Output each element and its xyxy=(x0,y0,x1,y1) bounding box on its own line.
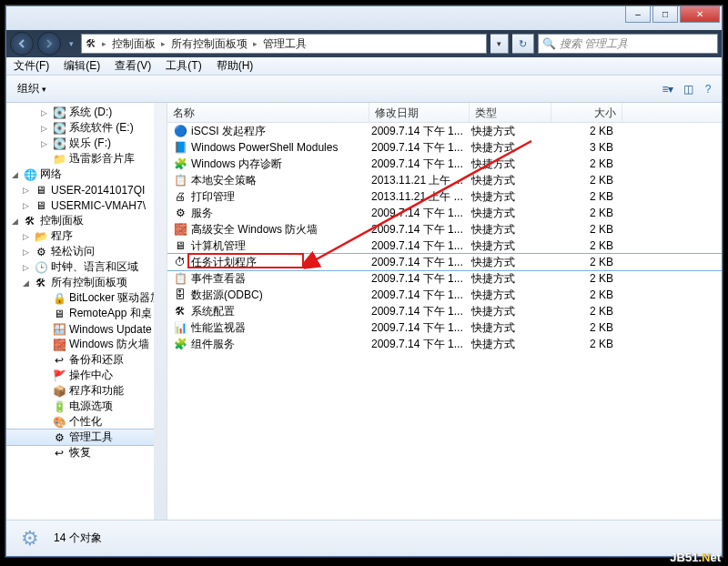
breadcrumb[interactable]: 控制面板 xyxy=(108,35,159,53)
breadcrumb[interactable]: 所有控制面板项 xyxy=(167,35,251,53)
tree-icon: 📁 xyxy=(52,152,66,167)
nav-history-dropdown[interactable]: ▾ xyxy=(65,34,77,54)
file-row[interactable]: 🖨打印管理2013.11.21 上午 ...快捷方式2 KB xyxy=(167,188,722,205)
file-row[interactable]: 🔵iSCSI 发起程序2009.7.14 下午 1...快捷方式2 KB xyxy=(167,123,722,139)
expand-icon[interactable]: ▷ xyxy=(23,263,34,272)
maximize-button[interactable]: □ xyxy=(652,6,678,23)
tree-item[interactable]: 🔋电源选项 xyxy=(6,399,167,414)
tree-item[interactable]: ↩恢复 xyxy=(6,445,167,460)
search-input[interactable]: 🔍 搜索 管理工具 xyxy=(538,34,718,54)
file-row[interactable]: ⏱任务计划程序2009.7.14 下午 1...快捷方式2 KB xyxy=(167,254,722,270)
file-type: 快捷方式 xyxy=(471,173,553,188)
close-button[interactable]: ✕ xyxy=(680,6,720,23)
tree-item[interactable]: 📦程序和功能 xyxy=(6,383,167,399)
file-icon: 🖥 xyxy=(173,238,187,253)
tree-icon: 🖥 xyxy=(34,198,48,213)
file-date: 2013.11.21 上午 ... xyxy=(371,189,471,205)
tree-item[interactable]: 🪟Windows Update xyxy=(6,321,167,337)
tree-item[interactable]: 🎨个性化 xyxy=(6,414,167,430)
view-options-button[interactable]: ≡▾ xyxy=(660,82,676,96)
file-date: 2009.7.14 下午 1... xyxy=(371,222,471,238)
col-date[interactable]: 修改日期 xyxy=(369,103,470,122)
preview-pane-button[interactable]: ◫ xyxy=(680,82,696,96)
expand-icon[interactable]: ▷ xyxy=(23,232,34,241)
search-placeholder: 搜索 管理工具 xyxy=(560,36,628,52)
file-row[interactable]: 🧱高级安全 Windows 防火墙2009.7.14 下午 1...快捷方式2 … xyxy=(167,221,722,238)
menu-file[interactable]: 文件(F) xyxy=(6,58,56,74)
expand-icon[interactable]: ◢ xyxy=(23,278,34,288)
back-button[interactable] xyxy=(10,32,34,56)
tree-item[interactable]: ⚙管理工具 xyxy=(6,430,167,445)
tree-icon: ⚙ xyxy=(52,430,66,445)
tree-item[interactable]: ▷💽系统 (D:) xyxy=(6,105,167,120)
expand-icon[interactable]: ◢ xyxy=(12,170,23,179)
file-size: 2 KB xyxy=(553,338,619,350)
file-row[interactable]: 📊性能监视器2009.7.14 下午 1...快捷方式2 KB xyxy=(167,319,722,336)
col-type[interactable]: 类型 xyxy=(470,103,551,122)
tree-item[interactable]: ↩备份和还原 xyxy=(6,352,167,368)
menu-help[interactable]: 帮助(H) xyxy=(209,58,261,74)
file-row[interactable]: 📋事件查看器2009.7.14 下午 1...快捷方式2 KB xyxy=(167,270,722,287)
menu-view[interactable]: 查看(V) xyxy=(107,58,158,74)
menu-edit[interactable]: 编辑(E) xyxy=(56,58,107,74)
file-type: 快捷方式 xyxy=(471,124,553,139)
file-type: 快捷方式 xyxy=(471,222,553,238)
file-list[interactable]: 🔵iSCSI 发起程序2009.7.14 下午 1...快捷方式2 KB📘Win… xyxy=(167,123,722,520)
file-icon: 🗄 xyxy=(173,288,187,302)
tree-item[interactable]: ▷💽系统软件 (E:) xyxy=(6,120,167,136)
expand-icon[interactable]: ▷ xyxy=(41,139,52,148)
file-size: 2 KB xyxy=(553,125,619,137)
expand-icon[interactable]: ▷ xyxy=(41,124,52,133)
tree-item[interactable]: 🧱Windows 防火墙 xyxy=(6,337,167,352)
file-name: 数据源(ODBC) xyxy=(191,288,371,303)
tree-label: 时钟、语言和区域 xyxy=(51,259,138,275)
col-size[interactable]: 大小 xyxy=(551,103,622,122)
tree-item[interactable]: ▷⚙轻松访问 xyxy=(6,244,167,259)
tree-item[interactable]: ▷💽娱乐 (F:) xyxy=(6,136,167,151)
breadcrumb[interactable]: 管理工具 xyxy=(259,35,310,53)
chevron-right-icon[interactable]: ▸ xyxy=(100,39,108,48)
file-row[interactable]: 📘Windows PowerShell Modules2009.7.14 下午 … xyxy=(167,139,722,156)
tree-item[interactable]: ▷📂程序 xyxy=(6,228,167,244)
chevron-right-icon[interactable]: ▸ xyxy=(159,39,167,48)
forward-button[interactable] xyxy=(37,32,61,56)
file-row[interactable]: 🧩Windows 内存诊断2009.7.14 下午 1...快捷方式2 KB xyxy=(167,156,722,172)
menu-tools[interactable]: 工具(T) xyxy=(158,58,208,74)
refresh-button[interactable]: ↻ xyxy=(512,34,534,54)
col-name[interactable]: 名称 xyxy=(167,103,369,122)
tree-item[interactable]: ▷🖥USERMIC-VMAH7\ xyxy=(6,197,167,213)
expand-icon[interactable]: ▷ xyxy=(23,186,34,195)
file-row[interactable]: 🗄数据源(ODBC)2009.7.14 下午 1...快捷方式2 KB xyxy=(167,287,722,303)
tree-item[interactable]: 🖥RemoteApp 和桌 xyxy=(6,306,167,321)
organize-button[interactable]: 组织 ▾ xyxy=(12,79,52,98)
file-row[interactable]: 📋本地安全策略2013.11.21 上午 ...快捷方式2 KB xyxy=(167,172,722,188)
address-dropdown[interactable]: ▾ xyxy=(490,34,509,54)
address-bar[interactable]: 🛠 ▸ 控制面板 ▸ 所有控制面板项 ▸ 管理工具 xyxy=(81,34,487,54)
tree-item[interactable]: 🔒BitLocker 驱动器加 xyxy=(6,290,167,306)
tree-label: 程序 xyxy=(51,228,73,244)
tree-item[interactable]: ◢🛠控制面板 xyxy=(6,213,167,228)
help-button[interactable]: ? xyxy=(700,82,716,96)
tree-item[interactable]: 📁迅雷影音片库 xyxy=(6,151,167,167)
file-row[interactable]: ⚙服务2009.7.14 下午 1...快捷方式2 KB xyxy=(167,205,722,221)
tree-item[interactable]: ▷🖥USER-20141017QI xyxy=(6,182,167,197)
file-row[interactable]: 🖥计算机管理2009.7.14 下午 1...快捷方式2 KB xyxy=(167,238,722,254)
expand-icon[interactable]: ▷ xyxy=(41,108,52,117)
file-type: 快捷方式 xyxy=(471,304,553,319)
minimize-button[interactable]: – xyxy=(625,6,651,23)
tree-item[interactable]: 🚩操作中心 xyxy=(6,368,167,383)
tree-icon: 🌐 xyxy=(23,167,37,182)
tree-item[interactable]: ◢🌐网络 xyxy=(6,167,167,182)
navigation-pane[interactable]: ▷💽系统 (D:)▷💽系统软件 (E:)▷💽娱乐 (F:)📁迅雷影音片库◢🌐网络… xyxy=(6,103,167,520)
column-header[interactable]: 名称 修改日期 类型 大小 xyxy=(167,103,722,123)
chevron-right-icon[interactable]: ▸ xyxy=(251,39,259,48)
expand-icon[interactable]: ◢ xyxy=(12,217,23,226)
expand-icon[interactable]: ▷ xyxy=(23,248,34,257)
file-date: 2013.11.21 上午 ... xyxy=(371,173,471,188)
tree-item[interactable]: ◢🛠所有控制面板项 xyxy=(6,275,167,290)
expand-icon[interactable]: ▷ xyxy=(23,201,34,210)
file-row[interactable]: 🛠系统配置2009.7.14 下午 1...快捷方式2 KB xyxy=(167,303,722,319)
file-row[interactable]: 🧩组件服务2009.7.14 下午 1...快捷方式2 KB xyxy=(167,336,722,352)
file-type: 快捷方式 xyxy=(471,255,553,270)
tree-item[interactable]: ▷🕒时钟、语言和区域 xyxy=(6,259,167,275)
